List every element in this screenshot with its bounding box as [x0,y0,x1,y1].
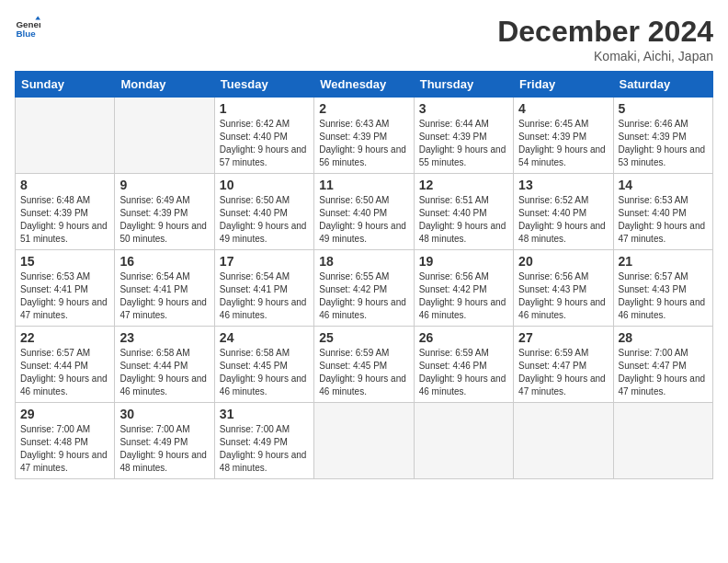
table-row: 31 Sunrise: 7:00 AMSunset: 4:49 PMDaylig… [214,403,313,479]
table-row: 9 Sunrise: 6:49 AMSunset: 4:39 PMDayligh… [115,174,214,250]
table-row: 17 Sunrise: 6:54 AMSunset: 4:41 PMDaylig… [214,250,313,327]
table-row: 2 Sunrise: 6:43 AMSunset: 4:39 PMDayligh… [314,98,414,174]
table-row: 28 Sunrise: 7:00 AMSunset: 4:47 PMDaylig… [613,327,712,403]
table-row: 24 Sunrise: 6:58 AMSunset: 4:45 PMDaylig… [214,327,313,403]
table-row: 14 Sunrise: 6:53 AMSunset: 4:40 PMDaylig… [613,174,712,250]
table-row: 21 Sunrise: 6:57 AMSunset: 4:43 PMDaylig… [613,250,712,327]
svg-text:Blue: Blue [16,29,36,39]
col-sunday: Sunday [16,72,115,98]
page-header: General Blue December 2024 Komaki, Aichi… [15,15,713,63]
week-row-4: 22 Sunrise: 6:57 AMSunset: 4:44 PMDaylig… [16,327,713,403]
table-row: 30 Sunrise: 7:00 AMSunset: 4:49 PMDaylig… [115,403,214,479]
table-row: 29 Sunrise: 7:00 AMSunset: 4:48 PMDaylig… [16,403,115,479]
table-row: 4 Sunrise: 6:45 AMSunset: 4:39 PMDayligh… [514,98,613,174]
col-thursday: Thursday [414,72,513,98]
table-row: 10 Sunrise: 6:50 AMSunset: 4:40 PMDaylig… [214,174,313,250]
table-row [314,403,414,479]
table-row [115,98,214,174]
logo-icon: General Blue [15,15,40,40]
location: Komaki, Aichi, Japan [497,49,713,63]
title-section: December 2024 Komaki, Aichi, Japan [497,15,713,63]
month-title: December 2024 [497,15,713,49]
table-row: 25 Sunrise: 6:59 AMSunset: 4:45 PMDaylig… [314,327,414,403]
table-row: 13 Sunrise: 6:52 AMSunset: 4:40 PMDaylig… [514,174,613,250]
table-row: 3 Sunrise: 6:44 AMSunset: 4:39 PMDayligh… [414,98,513,174]
table-row: 27 Sunrise: 6:59 AMSunset: 4:47 PMDaylig… [514,327,613,403]
table-row: 23 Sunrise: 6:58 AMSunset: 4:44 PMDaylig… [115,327,214,403]
table-row [16,98,115,174]
col-wednesday: Wednesday [314,72,414,98]
col-monday: Monday [115,72,214,98]
table-row: 12 Sunrise: 6:51 AMSunset: 4:40 PMDaylig… [414,174,513,250]
table-row: 1 Sunrise: 6:42 AMSunset: 4:40 PMDayligh… [214,98,313,174]
header-row: Sunday Monday Tuesday Wednesday Thursday… [16,72,713,98]
week-row-3: 15 Sunrise: 6:53 AMSunset: 4:41 PMDaylig… [16,250,713,327]
table-row [414,403,513,479]
table-row: 22 Sunrise: 6:57 AMSunset: 4:44 PMDaylig… [16,327,115,403]
svg-marker-2 [35,16,40,19]
table-row: 11 Sunrise: 6:50 AMSunset: 4:40 PMDaylig… [314,174,414,250]
col-saturday: Saturday [613,72,712,98]
week-row-2: 8 Sunrise: 6:48 AMSunset: 4:39 PMDayligh… [16,174,713,250]
table-row: 20 Sunrise: 6:56 AMSunset: 4:43 PMDaylig… [514,250,613,327]
col-friday: Friday [514,72,613,98]
col-tuesday: Tuesday [214,72,313,98]
week-row-5: 29 Sunrise: 7:00 AMSunset: 4:48 PMDaylig… [16,403,713,479]
table-row: 15 Sunrise: 6:53 AMSunset: 4:41 PMDaylig… [16,250,115,327]
table-row [613,403,712,479]
table-row: 18 Sunrise: 6:55 AMSunset: 4:42 PMDaylig… [314,250,414,327]
table-row [514,403,613,479]
table-row: 16 Sunrise: 6:54 AMSunset: 4:41 PMDaylig… [115,250,214,327]
table-row: 8 Sunrise: 6:48 AMSunset: 4:39 PMDayligh… [16,174,115,250]
calendar-table: Sunday Monday Tuesday Wednesday Thursday… [15,71,713,479]
table-row: 26 Sunrise: 6:59 AMSunset: 4:46 PMDaylig… [414,327,513,403]
logo: General Blue [15,15,40,40]
table-row: 5 Sunrise: 6:46 AMSunset: 4:39 PMDayligh… [613,98,712,174]
week-row-1: 1 Sunrise: 6:42 AMSunset: 4:40 PMDayligh… [16,98,713,174]
table-row: 19 Sunrise: 6:56 AMSunset: 4:42 PMDaylig… [414,250,513,327]
